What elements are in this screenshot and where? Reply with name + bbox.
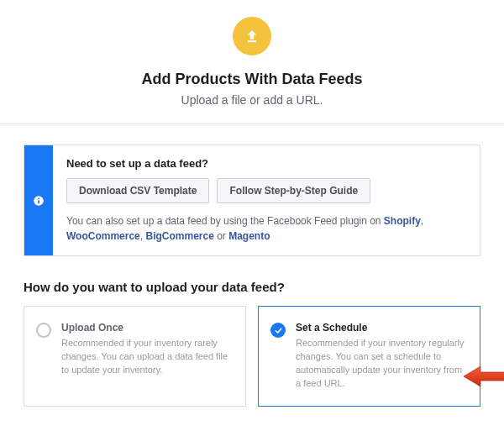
- upload-options: Upload Once Recommended if your inventor…: [24, 306, 480, 407]
- option-upload-once-title: Upload Once: [61, 322, 234, 334]
- download-csv-button[interactable]: Download CSV Template: [66, 178, 209, 203]
- option-upload-once[interactable]: Upload Once Recommended if your inventor…: [24, 306, 246, 407]
- info-icon: [33, 195, 45, 207]
- radio-upload-once[interactable]: [36, 323, 51, 338]
- svg-rect-3: [38, 200, 39, 203]
- section-heading: How do you want to upload your data feed…: [24, 280, 480, 294]
- info-card: Need to set up a data feed? Download CSV…: [24, 145, 480, 256]
- info-title: Need to set up a data feed?: [66, 157, 466, 170]
- info-text: You can also set up a data feed by using…: [66, 213, 466, 244]
- option-set-schedule-desc: Recommended if your inventory regularly …: [296, 337, 468, 391]
- link-magento[interactable]: Magento: [228, 230, 270, 242]
- link-woocommerce[interactable]: WooCommerce: [66, 230, 140, 242]
- info-sidebar: [24, 145, 53, 255]
- info-text-prefix: You can also set up a data feed by using…: [66, 215, 384, 227]
- check-icon: [274, 326, 283, 335]
- radio-set-schedule[interactable]: [270, 323, 286, 338]
- svg-point-2: [38, 197, 39, 199]
- page-title: Add Products With Data Feeds: [24, 71, 480, 88]
- option-upload-once-desc: Recommended if your inventory rarely cha…: [61, 337, 234, 377]
- hero-section: Add Products With Data Feeds Upload a fi…: [24, 17, 480, 124]
- link-shopify[interactable]: Shopify: [384, 215, 421, 227]
- divider: [0, 124, 504, 124]
- guide-button[interactable]: Follow Step-by-Step Guide: [217, 178, 370, 203]
- page-subtitle: Upload a file or add a URL.: [24, 93, 480, 107]
- link-bigcommerce[interactable]: BigCommerce: [145, 230, 213, 242]
- svg-rect-0: [248, 40, 257, 42]
- upload-icon: [233, 17, 271, 55]
- option-set-schedule-title: Set a Schedule: [296, 322, 468, 334]
- option-set-schedule[interactable]: Set a Schedule Recommended if your inven…: [258, 306, 480, 407]
